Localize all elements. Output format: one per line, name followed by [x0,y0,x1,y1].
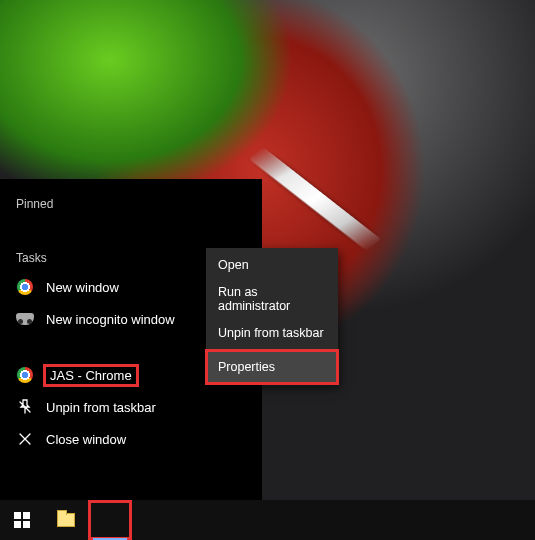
unpin-icon [16,398,34,416]
taskbar-start-button[interactable] [0,500,44,540]
jumplist-pinned-header: Pinned [0,187,262,217]
submenu-properties[interactable]: Properties [206,350,338,384]
file-explorer-icon [57,513,75,527]
jumplist-item-label: New incognito window [46,312,175,327]
jumplist-item-label: New window [46,280,119,295]
submenu-item-label: Unpin from taskbar [218,326,324,340]
submenu-item-label: Open [218,258,249,272]
submenu-item-label: Run as administrator [218,285,326,313]
jumplist-item-label: Close window [46,432,126,447]
chrome-icon [16,278,34,296]
chrome-icon [16,366,34,384]
incognito-icon [16,310,34,328]
submenu-run-as-admin[interactable]: Run as administrator [206,282,338,316]
windows-logo-icon [14,512,30,528]
jumplist-item-label: Unpin from taskbar [46,400,156,415]
close-icon [16,430,34,448]
submenu-item-label: Properties [218,360,275,374]
taskbar-chrome-button[interactable] [88,500,132,540]
jumplist-context-submenu: Open Run as administrator Unpin from tas… [206,248,338,384]
taskbar [0,500,535,540]
taskbar-file-explorer-button[interactable] [44,500,88,540]
submenu-open[interactable]: Open [206,248,338,282]
jumplist-unpin[interactable]: Unpin from taskbar [0,391,262,423]
jumplist-close-window[interactable]: Close window [0,423,262,455]
jumplist-item-label: JAS - Chrome [46,367,136,384]
submenu-unpin[interactable]: Unpin from taskbar [206,316,338,350]
